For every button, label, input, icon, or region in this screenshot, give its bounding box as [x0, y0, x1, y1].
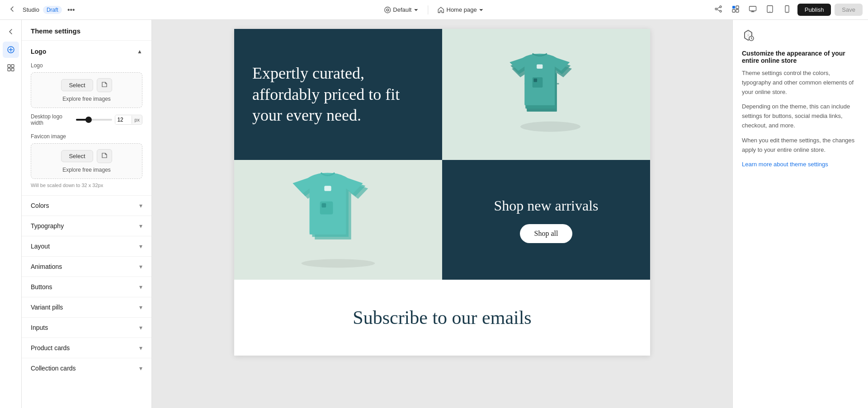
- logo-width-unit: px: [132, 116, 142, 124]
- logo-width-slider[interactable]: [76, 119, 112, 121]
- sidebar-nav-back[interactable]: [3, 23, 19, 40]
- back-button[interactable]: [5, 3, 19, 17]
- favicon-file-button[interactable]: [97, 149, 112, 163]
- settings-sections: Colors ▾ Typography ▾ Layout ▾ Animation…: [22, 195, 151, 378]
- topbar: Studio Draft ••• Default Home page: [0, 0, 868, 20]
- topbar-left: Studio Draft •••: [5, 3, 708, 17]
- section-header-6[interactable]: Inputs ▾: [22, 318, 151, 338]
- section-header-7[interactable]: Product cards ▾: [22, 338, 151, 358]
- homepage-selector[interactable]: Home page: [434, 5, 487, 15]
- hero-image-cell-bottom-left: [234, 160, 442, 280]
- section-header-3[interactable]: Animations ▾: [22, 257, 151, 277]
- settings-panel-title: Theme settings: [22, 20, 151, 41]
- chevron-down-icon-8: ▾: [139, 365, 142, 372]
- section-header-5[interactable]: Variant pills ▾: [22, 297, 151, 317]
- svg-rect-7: [736, 9, 739, 12]
- svg-rect-31: [320, 201, 333, 214]
- chevron-down-icon-6: ▾: [139, 324, 142, 331]
- chevron-down-icon-7: ▾: [139, 344, 142, 352]
- more-options-button[interactable]: •••: [66, 4, 77, 16]
- svg-rect-30: [324, 186, 331, 191]
- hero-dark-cell-2: Shop new arrivals Shop all: [442, 160, 650, 280]
- chevron-down-icon-1: ▾: [139, 222, 142, 230]
- section-product-cards: Product cards ▾: [22, 338, 151, 358]
- info-panel-learn-more-link[interactable]: Learn more about theme settings: [742, 161, 828, 168]
- section-header-1[interactable]: Typography ▾: [22, 216, 151, 236]
- logo-width-number-input[interactable]: 120: [115, 115, 132, 124]
- chevron-up-icon: ▲: [137, 48, 142, 55]
- favicon-explore-link[interactable]: Explore free images: [62, 167, 111, 173]
- section-name-6: Inputs: [31, 324, 48, 331]
- info-panel-title: Customize the appearance of your entire …: [742, 50, 859, 64]
- sidebar-nav-blocks[interactable]: [3, 60, 19, 76]
- slider-container: 120 px: [76, 115, 142, 125]
- section-name-7: Product cards: [31, 344, 70, 352]
- svg-rect-6: [732, 9, 735, 12]
- section-name-0: Colors: [31, 202, 49, 209]
- section-colors: Colors ▾: [22, 195, 151, 216]
- logo-width-input-box: 120 px: [115, 115, 142, 125]
- publish-button[interactable]: Publish: [797, 4, 831, 16]
- mobile-icon[interactable]: [780, 3, 794, 17]
- logo-section: Logo ▲ Logo Select Explore free images: [22, 41, 151, 195]
- svg-rect-16: [8, 68, 10, 71]
- shop-all-button[interactable]: Shop all: [520, 224, 573, 243]
- svg-rect-15: [11, 65, 14, 67]
- theme-settings-icon: [742, 29, 859, 44]
- canvas-inner: Expertly curated, affordably priced to f…: [152, 20, 732, 408]
- favicon-field-label: Favicon image: [31, 133, 142, 140]
- customize-icon[interactable]: [729, 3, 742, 17]
- hero-heading: Expertly curated, affordably priced to f…: [252, 63, 424, 126]
- svg-rect-27: [533, 79, 537, 82]
- info-panel: Customize the appearance of your entire …: [732, 20, 868, 408]
- topbar-center: Default Home page: [380, 5, 487, 15]
- favicon-image-selector: Select Explore free images: [31, 143, 142, 179]
- section-collection-cards: Collection cards ▾: [22, 358, 151, 378]
- tablet-icon[interactable]: [763, 3, 777, 17]
- hero-text: Expertly curated, affordably priced to f…: [252, 63, 424, 126]
- logo-file-button[interactable]: [97, 78, 112, 92]
- svg-point-3: [720, 10, 722, 12]
- studio-label: Studio: [23, 6, 39, 13]
- favicon-selector-buttons: Select: [61, 149, 112, 163]
- logo-width-row: Desktop logo width 120 px: [31, 113, 142, 126]
- hero-image-cell-top-right: [442, 29, 650, 160]
- draft-badge[interactable]: Draft: [43, 6, 62, 14]
- section-header-0[interactable]: Colors ▾: [22, 196, 151, 216]
- desktop-icon[interactable]: [746, 3, 760, 17]
- logo-section-header[interactable]: Logo ▲: [31, 48, 142, 55]
- svg-point-28: [302, 259, 375, 267]
- favicon-select-button[interactable]: Select: [61, 150, 93, 162]
- svg-rect-14: [8, 65, 10, 67]
- favicon-hint: Will be scaled down to 32 x 32px: [31, 183, 142, 188]
- section-name-2: Layout: [31, 243, 50, 250]
- default-selector[interactable]: Default: [380, 5, 422, 15]
- section-animations: Animations ▾: [22, 256, 151, 277]
- logo-selector-buttons: Select: [61, 78, 112, 92]
- topbar-divider: [428, 5, 428, 14]
- logo-select-button[interactable]: Select: [61, 79, 93, 91]
- shop-new-arrivals-heading: Shop new arrivals: [494, 197, 598, 216]
- sidebar-nav-theme[interactable]: [3, 42, 19, 58]
- tshirt-illustration-2: [286, 168, 390, 272]
- canvas-area: Expertly curated, affordably priced to f…: [152, 20, 732, 408]
- svg-rect-5: [736, 6, 739, 9]
- section-buttons: Buttons ▾: [22, 277, 151, 297]
- section-inputs: Inputs ▾: [22, 317, 151, 338]
- section-header-4[interactable]: Buttons ▾: [22, 277, 151, 297]
- section-layout: Layout ▾: [22, 236, 151, 256]
- svg-rect-4: [732, 6, 735, 9]
- logo-width-label: Desktop logo width: [31, 113, 72, 126]
- svg-rect-17: [11, 68, 14, 71]
- section-header-8[interactable]: Collection cards ▾: [22, 358, 151, 378]
- hero-grid: Expertly curated, affordably priced to f…: [234, 29, 650, 280]
- svg-rect-25: [537, 65, 542, 69]
- hero-dark-cell: Expertly curated, affordably priced to f…: [234, 29, 442, 160]
- section-header-2[interactable]: Layout ▾: [22, 236, 151, 256]
- subscribe-section: Subscribe to our emails: [234, 280, 650, 356]
- share-icon[interactable]: [712, 3, 725, 17]
- svg-point-18: [520, 122, 580, 132]
- section-variant-pills: Variant pills ▾: [22, 297, 151, 317]
- save-button[interactable]: Save: [835, 4, 863, 16]
- logo-explore-link[interactable]: Explore free images: [62, 96, 111, 102]
